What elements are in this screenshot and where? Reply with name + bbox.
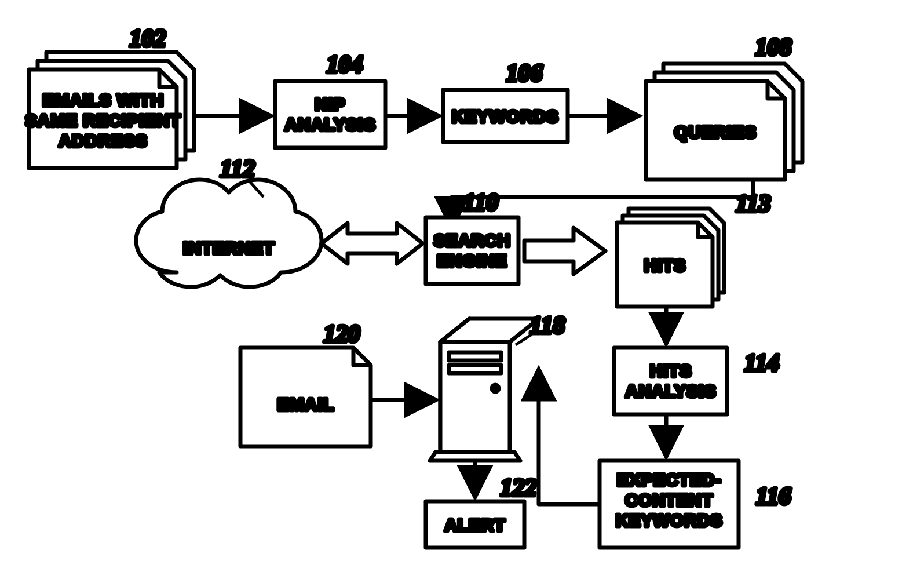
svg-rect-9 [449, 365, 501, 373]
keywords-line1: KEYWORDS [452, 107, 559, 126]
ref-108: 108 [755, 34, 792, 60]
ref-102: 102 [130, 25, 166, 52]
hitsA-line1: HITS [650, 361, 692, 380]
ref-118: 118 [530, 312, 565, 338]
nip-line2: ANALYSIS [285, 115, 376, 134]
double-arrow-internet-search [322, 223, 423, 264]
ref-122: 122 [501, 474, 537, 501]
nip-line1: NIP [315, 94, 345, 114]
ref-106: 106 [506, 60, 543, 86]
svg-point-10 [492, 385, 499, 392]
expected-line3: KEYWORDS [616, 511, 723, 530]
ref-116: 116 [756, 483, 791, 509]
hitsA-line2: ANALYSIS [626, 381, 717, 400]
emails-line1: EMAILS WITH [42, 90, 163, 110]
node-internet [136, 180, 322, 287]
queries-line1: QUERIES [674, 122, 757, 141]
block-arrow-search-hits [524, 228, 605, 274]
alert-line1: ALERT [445, 515, 506, 534]
search-line1: SEARCH [434, 231, 511, 250]
expected-line1: EXPECTED- [617, 470, 722, 489]
hits-line1: HITS [644, 256, 686, 275]
ref-112: 112 [220, 155, 255, 182]
email-line1: EMAIL [277, 395, 334, 414]
ref-113: 113 [736, 190, 771, 217]
ref-120: 120 [324, 320, 360, 347]
ref-104: 104 [327, 51, 363, 78]
ref-110: 110 [463, 189, 499, 216]
svg-rect-8 [449, 352, 501, 360]
ref-114: 114 [744, 349, 780, 376]
search-line2: ENGINE [437, 251, 507, 270]
expected-line2: CONTENT [625, 490, 713, 509]
emails-line3: ADDRESS [59, 131, 148, 150]
internet-line1: INTERNET [183, 238, 275, 257]
emails-line2: SAME RECIPIENT [25, 111, 181, 130]
